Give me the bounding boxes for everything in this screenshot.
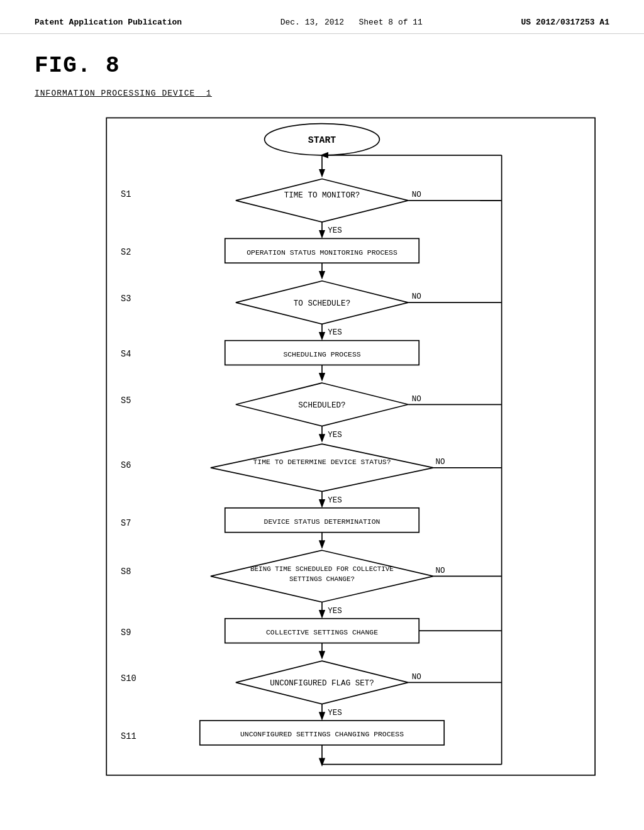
svg-text:S5: S5	[121, 396, 131, 406]
svg-text:UNCONFIGURED FLAG SET?: UNCONFIGURED FLAG SET?	[270, 679, 374, 688]
svg-text:SCHEDULED?: SCHEDULED?	[298, 401, 345, 410]
svg-text:DEVICE STATUS DETERMINATION: DEVICE STATUS DETERMINATION	[264, 517, 380, 526]
svg-text:NO: NO	[412, 191, 421, 199]
svg-text:NO: NO	[436, 567, 445, 575]
svg-text:YES: YES	[328, 431, 342, 440]
svg-text:OPERATION STATUS MONITORING PR: OPERATION STATUS MONITORING PROCESS	[247, 248, 397, 257]
svg-text:S2: S2	[121, 248, 131, 257]
svg-text:YES: YES	[328, 226, 342, 235]
svg-text:BEING TIME SCHEDULED FOR COLLE: BEING TIME SCHEDULED FOR COLLECTIVE	[250, 565, 394, 573]
svg-text:TO SCHEDULE?: TO SCHEDULE?	[294, 299, 350, 308]
flowchart-container: START S1 TIME TO MONITOR? NO YES S2 OPER…	[0, 111, 644, 830]
svg-text:NO: NO	[412, 395, 421, 404]
page: Patent Application Publication Dec. 13, …	[0, 0, 644, 830]
header-sheet: Sheet 8 of 11	[359, 18, 423, 27]
svg-text:YES: YES	[328, 328, 342, 337]
svg-text:S6: S6	[121, 461, 131, 470]
svg-text:S3: S3	[121, 294, 131, 304]
svg-text:S1: S1	[121, 190, 131, 199]
svg-text:START: START	[308, 135, 336, 145]
svg-text:YES: YES	[328, 496, 342, 505]
svg-text:UNCONFIGURED SETTINGS CHANGING: UNCONFIGURED SETTINGS CHANGING PROCESS	[240, 730, 404, 738]
svg-text:NO: NO	[436, 458, 445, 467]
svg-text:S11: S11	[121, 732, 136, 741]
svg-text:NO: NO	[412, 673, 421, 682]
header-left: Patent Application Publication	[35, 18, 182, 27]
svg-text:S9: S9	[121, 628, 131, 638]
svg-text:SETTINGS CHANGE?: SETTINGS CHANGE?	[289, 575, 355, 583]
header-right: US 2012/0317253 A1	[521, 18, 609, 27]
svg-text:S10: S10	[121, 674, 136, 683]
device-label: INFORMATION PROCESSING DEVICE 1	[0, 84, 644, 111]
svg-text:S4: S4	[121, 350, 131, 359]
svg-text:YES: YES	[328, 607, 342, 616]
svg-text:TIME TO MONITOR?: TIME TO MONITOR?	[284, 191, 360, 200]
header-date: Dec. 13, 2012	[280, 18, 344, 27]
page-header: Patent Application Publication Dec. 13, …	[0, 0, 644, 34]
svg-text:TIME TO DETERMINE DEVICE STATU: TIME TO DETERMINE DEVICE STATUS?	[253, 458, 391, 466]
svg-marker-4	[236, 179, 408, 223]
flowchart-svg: START S1 TIME TO MONITOR? NO YES S2 OPER…	[35, 111, 609, 830]
svg-text:COLLECTIVE SETTINGS CHANGE: COLLECTIVE SETTINGS CHANGE	[266, 628, 378, 636]
figure-title: FIG. 8	[0, 34, 644, 84]
svg-text:NO: NO	[412, 292, 421, 301]
svg-text:YES: YES	[328, 709, 342, 717]
svg-text:SCHEDULING PROCESS: SCHEDULING PROCESS	[283, 350, 360, 358]
header-center: Dec. 13, 2012 Sheet 8 of 11	[280, 18, 423, 27]
svg-marker-30	[211, 444, 433, 491]
svg-text:S8: S8	[121, 567, 131, 577]
svg-text:S7: S7	[121, 519, 131, 528]
